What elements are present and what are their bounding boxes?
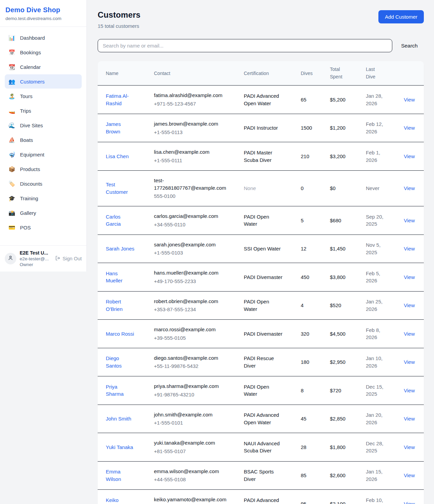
table-row: James Brownjames.brown@example.com+1-555… [98,114,424,142]
sidebar-item-label: POS [20,225,31,230]
table-row: Hans Muellerhans.mueller@example.com+49-… [98,263,424,292]
customer-name-link[interactable]: Keiko Yamamoto [106,497,136,504]
customer-name-link[interactable]: Marco Rossi [106,330,134,338]
customer-certification: PADI Advanced Open Water [244,411,284,426]
customer-email: john.smith@example.com [154,411,233,418]
view-customer-link[interactable]: View [404,444,415,450]
customer-phone: +34-555-0110 [154,221,233,228]
customer-name-link[interactable]: Robert O'Brien [106,298,136,313]
user-role: Owner [20,262,52,267]
table-row: Keiko Yamamotokeiko.yamamoto@example.com… [98,490,424,504]
customer-last-dive: Feb 8, 2026 [366,326,387,341]
brand-name: Demo Dive Shop [5,6,81,14]
view-customer-link[interactable]: View [404,472,415,478]
sidebar-nav: 📊Dashboard📅Bookings📆Calendar👥Customers🏝️… [0,27,86,245]
customer-total-spent: $2,950 [324,348,360,376]
customer-email: yuki.tanaka@example.com [154,439,233,447]
sidebar-item-dive-sites[interactable]: 🌊Dive Sites [5,118,82,132]
view-customer-link[interactable]: View [404,185,415,191]
sidebar-item-label: Boats [20,137,33,143]
view-customer-link[interactable]: View [404,416,415,422]
view-customer-link[interactable]: View [404,153,415,159]
sidebar-item-boats[interactable]: ⛵Boats [5,133,82,147]
sidebar-item-customers[interactable]: 👥Customers [5,74,82,89]
page-header: Customers 15 total customers Add Custome… [98,10,424,29]
customer-dives: 210 [295,142,324,171]
view-customer-link[interactable]: View [404,218,415,223]
wave-icon: 🌊 [8,122,16,129]
customer-last-dive: Jan 20, 2026 [366,411,387,426]
brand-domain: demo.test.divestreams.com [5,16,81,21]
sidebar-item-training[interactable]: 🎓Training [5,191,82,205]
customer-name-link[interactable]: Carlos Garcia [106,213,136,228]
customer-email: lisa.chen@example.com [154,148,233,156]
customer-name-link[interactable]: Sarah Jones [106,245,134,253]
view-customer-link[interactable]: View [404,97,415,102]
sidebar-item-dashboard[interactable]: 📊Dashboard [5,31,82,45]
camera-icon: 📸 [8,210,16,216]
sidebar-item-label: Dive Sites [20,123,43,128]
sidebar-item-label: Equipment [20,152,44,157]
customer-last-dive: Feb 1, 2026 [366,149,387,164]
view-customer-link[interactable]: View [404,125,415,131]
view-customer-link[interactable]: View [404,302,415,308]
customer-name-link[interactable]: Hans Mueller [106,270,136,285]
sidebar-item-bookings[interactable]: 📅Bookings [5,45,82,59]
customer-name-link[interactable]: John Smith [106,415,131,423]
customer-phone: +91-98765-43210 [154,391,233,398]
table-row: Lisa Chenlisa.chen@example.com+1-555-011… [98,142,424,171]
customer-name-link[interactable]: Priya Sharma [106,383,136,398]
customer-total-spent: $2,100 [324,490,360,504]
customer-total-spent: $1,200 [324,114,360,142]
customer-dives: 1500 [295,114,324,142]
customer-certification: PADI Open Water [244,213,284,228]
customers-table: Name Contact Certification Dives Total S… [98,61,424,504]
customer-last-dive: Dec 28, 2025 [366,440,387,455]
customer-last-dive: Feb 10, 2026 [366,497,387,504]
island-icon: 🏝️ [8,93,16,99]
avatar [5,253,16,264]
customer-dives: 45 [295,405,324,433]
sidebar-item-gallery[interactable]: 📸Gallery [5,206,82,220]
customer-phone: +1-555-0111 [154,157,233,164]
customer-name-link[interactable]: James Brown [106,120,136,135]
customer-email: test-1772681807767@example.com [154,177,233,192]
sidebar-item-products[interactable]: 📦Products [5,162,82,176]
customer-name-link[interactable]: Emma Wilson [106,468,136,483]
customer-certification: PADI Divemaster [244,330,282,338]
sidebar-item-equipment[interactable]: 🤿Equipment [5,147,82,162]
credit-card-icon: 💳 [8,224,16,231]
sign-out-button[interactable]: Sign Out [55,255,82,262]
customer-name-link[interactable]: Fatima Al-Rashid [106,92,136,107]
customer-certification: PADI Advanced Open Water [244,92,284,107]
view-customer-link[interactable]: View [404,331,415,337]
customer-name-link[interactable]: Yuki Tanaka [106,444,133,451]
sidebar-item-trips[interactable]: 🚤Trips [5,104,82,118]
add-customer-button[interactable]: Add Customer [378,10,424,23]
customer-last-dive: Dec 15, 2025 [366,383,387,398]
view-customer-link[interactable]: View [404,274,415,280]
table-header-row: Name Contact Certification Dives Total S… [98,61,424,86]
view-customer-link[interactable]: View [404,501,415,504]
customer-name-link[interactable]: Lisa Chen [106,153,129,160]
column-header-dives: Dives [295,61,324,86]
customer-name-link[interactable]: Diego Santos [106,355,136,370]
customer-dives: 180 [295,348,324,376]
customer-name-link[interactable]: Test Customer [106,181,136,196]
sidebar-item-label: Discounts [20,181,42,187]
sidebar-item-tours[interactable]: 🏝️Tours [5,89,82,103]
table-row: Fatima Al-Rashidfatima.alrashid@example.… [98,86,424,114]
sidebar-item-calendar[interactable]: 📆Calendar [5,60,82,74]
search-input[interactable] [98,39,392,52]
sidebar-item-discounts[interactable]: 🏷️Discounts [5,176,82,191]
sidebar-item-pos[interactable]: 💳POS [5,220,82,235]
view-customer-link[interactable]: View [404,388,415,393]
view-customer-link[interactable]: View [404,246,415,251]
customer-certification: PADI Divemaster [244,274,282,281]
search-button[interactable]: Search [395,40,424,52]
sign-out-label: Sign Out [63,256,82,261]
customer-last-dive: Jan 15, 2026 [366,468,387,483]
customer-dives: 28 [295,433,324,462]
customer-last-dive: Nov 5, 2025 [366,241,387,256]
view-customer-link[interactable]: View [404,359,415,365]
